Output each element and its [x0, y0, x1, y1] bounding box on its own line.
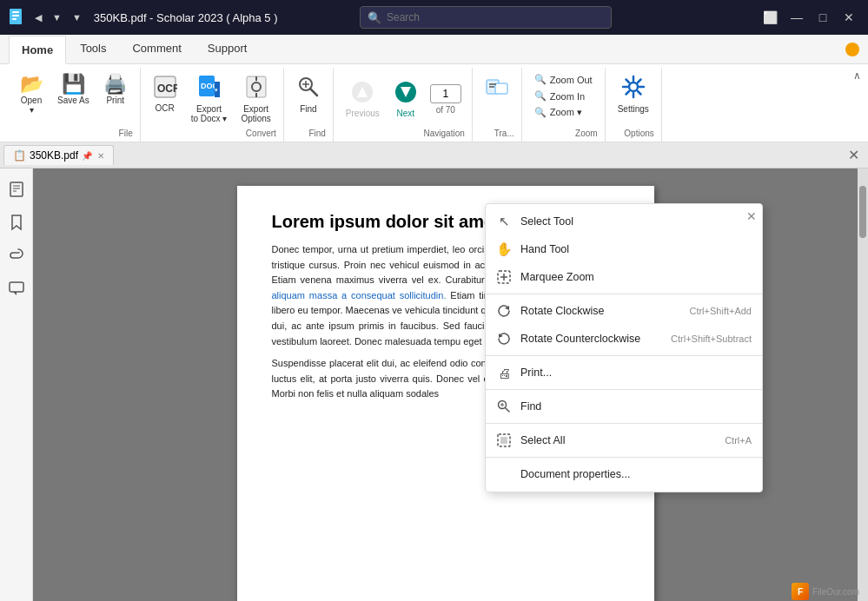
previous-icon	[351, 81, 374, 107]
zoom-button[interactable]: 🔍 Zoom ▾	[529, 104, 598, 121]
menu-item-select-all[interactable]: Select All Ctrl+A	[486, 426, 762, 454]
menu-button[interactable]: ▼	[69, 10, 85, 24]
svg-line-34	[626, 91, 629, 95]
translate-button[interactable]	[480, 71, 514, 108]
pages-panel-button[interactable]	[3, 175, 30, 203]
hand-tool-label: Hand Tool	[520, 243, 752, 255]
file-group-label: File	[119, 129, 133, 142]
menu-item-rotate-ccw[interactable]: Rotate Counterclockwise Ctrl+Shift+Subtr…	[486, 325, 762, 353]
doc-properties-label: Document properties...	[520, 468, 752, 480]
menu-item-rotate-cw[interactable]: Rotate Clockwise Ctrl+Shift+Add	[486, 297, 762, 325]
svg-line-48	[506, 408, 510, 413]
scrollbar[interactable]	[858, 168, 868, 601]
svg-rect-40	[10, 282, 23, 292]
zoom-in-button[interactable]: 🔍 Zoom In	[529, 88, 598, 104]
separator-3	[486, 389, 762, 390]
marquee-zoom-icon	[496, 269, 512, 285]
menu-item-hand-tool[interactable]: ✋ Hand Tool	[486, 235, 762, 263]
forward-button[interactable]: ▼	[49, 10, 65, 24]
tab-home[interactable]: Home	[9, 36, 66, 64]
doc-properties-icon	[496, 466, 512, 482]
titlebar-controls: ⬜ — □ ✕	[759, 5, 861, 30]
svg-text:▾: ▾	[215, 87, 218, 93]
minimize-button[interactable]: —	[785, 5, 809, 30]
ribbon-group-convert: OCR OCR DOCX▾ Exportto Docx ▾ ExportOpti…	[141, 68, 284, 142]
context-menu: ✕ ↖ Select Tool ✋ Hand Tool Marquee Zoom…	[485, 203, 763, 492]
tab-comment[interactable]: Comment	[120, 35, 193, 63]
next-icon	[394, 81, 417, 107]
main-area: Lorem ipsum dolor sit amet, consectet Do…	[0, 168, 868, 601]
float-button[interactable]: ✕	[843, 145, 865, 165]
export-options-button[interactable]: ExportOptions	[235, 71, 275, 127]
rotate-cw-shortcut: Ctrl+Shift+Add	[689, 306, 752, 316]
select-all-label: Select All	[520, 434, 716, 446]
separator-1	[486, 294, 762, 294]
pin-icon[interactable]: 📌	[82, 151, 92, 161]
menu-item-print[interactable]: 🖨 Print...	[486, 359, 762, 386]
print-menu-icon: 🖨	[496, 365, 512, 380]
restore-button[interactable]: ⬜	[759, 5, 783, 30]
doc-tab-1[interactable]: 📋 350KB.pdf 📌 ✕	[3, 145, 114, 165]
page-total: of 70	[436, 105, 455, 115]
open-button[interactable]: 📂 Open▾	[14, 71, 49, 118]
select-tool-label: Select Tool	[520, 215, 752, 228]
menu-item-select-tool[interactable]: ↖ Select Tool	[486, 208, 762, 235]
zoom-out-icon: 🔍	[534, 74, 547, 85]
find-button[interactable]: Find	[291, 71, 326, 117]
export-docx-button[interactable]: DOCX▾ Exportto Docx ▾	[186, 71, 233, 127]
zoom-out-button[interactable]: 🔍 Zoom Out	[529, 71, 598, 88]
export-docx-icon: DOCX▾	[198, 75, 221, 102]
ocr-button[interactable]: OCR OCR	[148, 71, 182, 116]
settings-button[interactable]: Settings	[613, 71, 654, 117]
separator-4	[486, 423, 762, 424]
nav-group-label: Navigation	[424, 129, 465, 142]
tab-tools[interactable]: Tools	[68, 35, 118, 63]
rotate-ccw-shortcut: Ctrl+Shift+Subtract	[671, 334, 752, 344]
select-all-shortcut: Ctrl+A	[725, 435, 752, 446]
convert-buttons: OCR OCR DOCX▾ Exportto Docx ▾ ExportOpti…	[148, 68, 276, 129]
search-bar[interactable]: 🔍	[360, 6, 612, 29]
watermark-logo: F	[792, 583, 809, 600]
ribbon-collapse-button[interactable]: ∧	[850, 68, 865, 83]
svg-marker-39	[12, 215, 21, 229]
svg-rect-1	[12, 11, 19, 13]
find-buttons: Find	[291, 68, 326, 129]
previous-button[interactable]: Previous	[341, 77, 385, 122]
svg-rect-52	[500, 437, 507, 444]
menu-item-doc-properties[interactable]: Document properties...	[486, 460, 762, 488]
print-button[interactable]: 🖨️ Print	[98, 71, 133, 109]
comments-panel-button[interactable]	[3, 274, 30, 302]
bookmarks-panel-button[interactable]	[3, 208, 30, 236]
close-tab-icon[interactable]: ✕	[97, 151, 104, 161]
back-button[interactable]: ◀	[31, 10, 45, 25]
nav-buttons: Previous Next of 70	[341, 68, 465, 129]
menu-item-marquee-zoom[interactable]: Marquee Zoom	[486, 263, 762, 291]
rotate-cw-label: Rotate Clockwise	[520, 305, 680, 317]
open-icon: 📂	[20, 75, 43, 94]
ribbon-group-zoom: 🔍 Zoom Out 🔍 Zoom In 🔍 Zoom ▾ Zoom	[522, 68, 606, 142]
ribbon-group-find: Find Find	[284, 68, 334, 142]
page-number-input[interactable]	[430, 84, 461, 103]
ribbon-group-translate: Tra...	[473, 68, 522, 142]
ocr-icon: OCR	[153, 75, 177, 102]
translate-group-label: Tra...	[494, 129, 514, 142]
svg-rect-35	[10, 182, 23, 196]
left-sidebar	[0, 168, 33, 601]
zoom-in-icon: 🔍	[534, 90, 547, 102]
close-window-button[interactable]: ✕	[837, 5, 861, 30]
menu-item-find[interactable]: Find	[486, 393, 762, 420]
tab-support[interactable]: Support	[195, 35, 260, 63]
rotate-ccw-label: Rotate Counterclockwise	[520, 333, 662, 345]
save-as-button[interactable]: 💾 Save As	[52, 71, 95, 109]
svg-line-15	[310, 89, 317, 96]
print-menu-label: Print...	[520, 367, 752, 379]
svg-line-31	[626, 80, 629, 83]
search-input[interactable]	[387, 11, 604, 23]
svg-line-32	[638, 91, 641, 95]
attachments-panel-button[interactable]	[3, 241, 30, 269]
maximize-button[interactable]: □	[811, 5, 835, 30]
scrollbar-thumb[interactable]	[859, 186, 866, 238]
doc-tabs-end: ✕	[843, 145, 865, 165]
save-icon: 💾	[62, 75, 85, 94]
next-button[interactable]: Next	[388, 77, 423, 122]
